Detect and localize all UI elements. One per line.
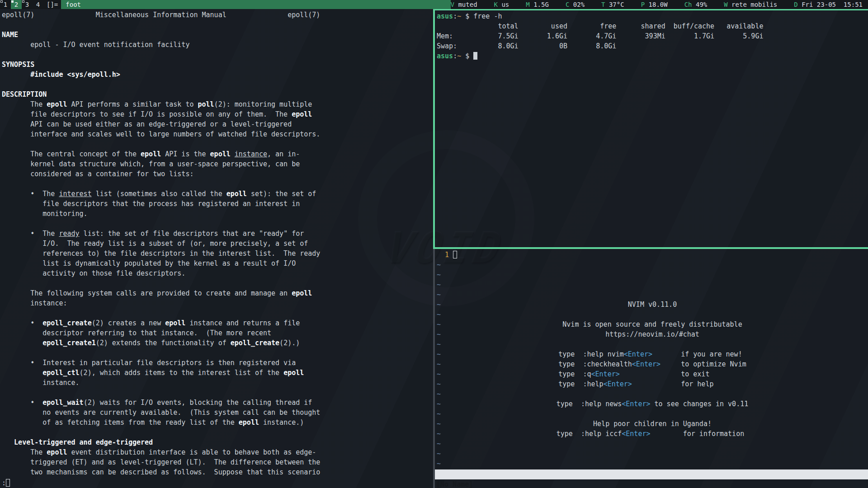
man-line xyxy=(2,139,433,149)
man-line xyxy=(2,278,433,288)
terminal-line: Swap: 8.0Gi 0B 8.0Gi xyxy=(437,41,868,51)
nvim-row: ~ xyxy=(437,449,868,459)
nvim-intro-line: https://neovim.io/#chat xyxy=(605,329,699,339)
nvim-row: ~type :help nvim<Enter> if you are new! xyxy=(437,349,868,359)
status-item-v: V muted xyxy=(451,0,477,9)
status-item-ch: Ch 49% xyxy=(684,0,708,9)
nvim-row: ~https://neovim.io/#chat xyxy=(437,329,868,339)
nvim-intro-line: Nvim is open source and freely distribut… xyxy=(562,319,742,329)
nvim-row: ~ xyxy=(437,389,868,399)
nvim-buffer-name: [No Name] xyxy=(436,479,473,488)
man-line: of as fetching items from the ready list… xyxy=(2,418,433,427)
status-item-k: K us xyxy=(494,0,509,9)
focused-border-left xyxy=(433,9,435,249)
terminal-line: total used free shared buff/cache availa… xyxy=(437,21,868,31)
man-line xyxy=(2,308,433,318)
wm-status-bar: 1234 []= foot V mutedK usM 1.5GC 02%T 37… xyxy=(0,0,868,9)
nvim-intro-line: Help poor children in Uganda! xyxy=(593,419,712,429)
man-line: The epoll API performs a similar task to… xyxy=(2,99,433,109)
man-line: • Interest in particular file descriptor… xyxy=(2,358,433,368)
nvim-intro-line: type :q<Enter> to exit xyxy=(558,369,746,379)
man-line: epoll(7) Miscellaneous Information Manua… xyxy=(2,10,433,20)
nvim-intro-line: type :help iccf<Enter> for information xyxy=(557,429,748,439)
man-line: The epoll event distribution interface i… xyxy=(2,447,433,457)
nvim-row: ~ xyxy=(437,439,868,449)
terminal-line: Mem: 7.5Gi 1.6Gi 4.7Gi 393Mi 1.7Gi 5.9Gi xyxy=(437,31,868,41)
nvim-row: ~NVIM v0.11.0 xyxy=(437,300,868,310)
nvim-row: ~Nvim is open source and freely distribu… xyxy=(437,319,868,329)
nvim-row: ~type :checkhealth<Enter> to optimize Nv… xyxy=(437,359,868,369)
man-line: references to) the file descriptors in t… xyxy=(2,249,433,258)
man-line: instance: xyxy=(2,298,433,308)
man-line: file descriptors to see if I/O is possib… xyxy=(2,109,433,119)
status-item-d: D Fri 23-05 15:51 xyxy=(794,0,863,9)
neovim-window[interactable]: 1 ~~~~~NVIM v0.11.0~~Nvim is open source… xyxy=(435,249,868,488)
man-line: no events are currently available. (This… xyxy=(2,408,433,418)
tag-client-indicator xyxy=(22,0,24,3)
nvim-statusline: [No Name] 0,0-1 All xyxy=(435,469,868,479)
man-line: two mechanisms can be described as follo… xyxy=(2,467,433,477)
shell-output: asus:~ $ free -h total used free shared … xyxy=(437,11,868,61)
man-line: NAME xyxy=(2,30,433,40)
nvim-unfocused-cursor xyxy=(453,251,457,258)
man-line: interface and scales well to large numbe… xyxy=(2,129,433,139)
status-item-p: P 18.0W xyxy=(641,0,668,9)
terminal-window-shell[interactable]: asus:~ $ free -h total used free shared … xyxy=(435,10,868,247)
man-line: Level-triggered and edge-triggered xyxy=(2,437,433,447)
nvim-row: ~type :q<Enter> to exit xyxy=(437,369,868,379)
man-line xyxy=(2,20,433,30)
nvim-row: ~ xyxy=(437,459,868,469)
focused-cursor xyxy=(473,52,477,60)
nvim-row: ~Help poor children in Uganda! xyxy=(437,419,868,429)
terminal-line: asus:~ $ xyxy=(437,51,868,61)
man-line: • The ready list: the set of file descri… xyxy=(2,229,433,239)
tag-4[interactable]: 4 xyxy=(33,0,43,9)
workspace-tags: 1234 xyxy=(0,0,43,9)
tag-2[interactable]: 2 xyxy=(11,0,22,9)
pager-prompt: : xyxy=(2,479,6,487)
man-line: list is dynamically populated by the ker… xyxy=(2,258,433,268)
tag-client-indicator xyxy=(0,0,3,3)
pager-prompt-line: : xyxy=(2,478,10,488)
tag-1[interactable]: 1 xyxy=(0,0,11,9)
man-line: The central concept of the epoll API is … xyxy=(2,149,433,159)
man-line: API can be used either as an edge-trigge… xyxy=(2,119,433,129)
man-line: • epoll_create(2) creates a new epoll in… xyxy=(2,318,433,328)
nvim-intro-line: type :help nvim<Enter> if you are new! xyxy=(558,349,746,359)
nvim-buffer: 1 ~~~~~NVIM v0.11.0~~Nvim is open source… xyxy=(437,250,868,469)
nvim-row: ~ xyxy=(437,339,868,349)
man-line xyxy=(2,427,433,437)
status-item-t: T 37°C xyxy=(601,0,624,9)
system-status: V mutedK usM 1.5GC 02%T 37°CP 18.0WCh 49… xyxy=(451,0,868,9)
unfocused-cursor xyxy=(6,479,10,487)
man-line: monitoring. xyxy=(2,209,433,219)
man-line: considered as a container for two lists: xyxy=(2,169,433,179)
focused-border-bottom xyxy=(433,247,868,249)
man-line: triggered (ET) and as level-triggered (L… xyxy=(2,457,433,467)
man-line: instance. xyxy=(2,378,433,388)
nvim-row: ~type :help news<Enter> to see changes i… xyxy=(437,399,868,409)
man-line xyxy=(2,219,433,229)
nvim-intro-line: type :help news<Enter> to see changes in… xyxy=(557,399,748,409)
nvim-row: ~ xyxy=(437,260,868,270)
man-line xyxy=(2,80,433,89)
nvim-row: ~ xyxy=(437,280,868,290)
man-line: SYNOPSIS xyxy=(2,60,433,70)
nvim-row: ~ xyxy=(437,409,868,419)
tag-3[interactable]: 3 xyxy=(22,0,33,9)
layout-indicator[interactable]: []= xyxy=(43,0,61,9)
nvim-intro-line: type :help<Enter> for help xyxy=(558,379,746,389)
status-item-w: W rete mobilis xyxy=(724,0,777,9)
man-line: epoll_create1(2) extends the functionali… xyxy=(2,338,433,348)
man-line: • The interest list (sometimes also call… xyxy=(2,189,433,199)
nvim-intro-line: type :checkhealth<Enter> to optimize Nvi… xyxy=(558,359,746,369)
tag-client-indicator xyxy=(11,0,14,3)
man-line: The following system calls are provided … xyxy=(2,288,433,298)
man-line: epoll_ctl(2), which adds items to the in… xyxy=(2,368,433,378)
man-line: #include <sys/epoll.h> xyxy=(2,70,433,80)
terminal-window-man-epoll[interactable]: epoll(7) Miscellaneous Information Manua… xyxy=(0,9,433,488)
man-line: file descriptors that the process has re… xyxy=(2,199,433,209)
man-page-text: epoll(7) Miscellaneous Information Manua… xyxy=(2,10,433,477)
man-line: • epoll_wait(2) waits for I/O events, bl… xyxy=(2,398,433,408)
man-line: descriptor referring to that instance. (… xyxy=(2,328,433,338)
